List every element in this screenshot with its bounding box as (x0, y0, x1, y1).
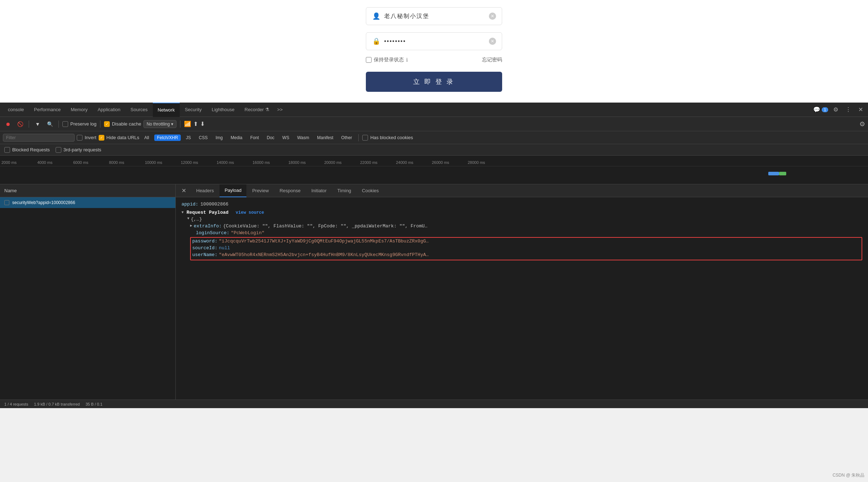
tab-cookies[interactable]: Cookies (357, 184, 384, 197)
tab-headers[interactable]: Headers (191, 184, 219, 197)
third-party-checkbox[interactable] (56, 147, 61, 153)
clear-password-icon[interactable]: ✕ (489, 38, 496, 45)
tab-recorder-label: Recorder ⚗ (245, 107, 269, 112)
filter-ws[interactable]: WS (279, 134, 292, 141)
preserve-log-checkbox[interactable] (62, 121, 68, 127)
filter-font[interactable]: Font (247, 134, 262, 141)
tab-console[interactable]: console (3, 103, 29, 117)
clear-button[interactable]: 🚫 (15, 119, 25, 129)
filter-media[interactable]: Media (228, 134, 245, 141)
login-button[interactable]: 立 即 登 录 (366, 72, 502, 92)
remember-checkbox[interactable] (366, 57, 372, 63)
mark-18000: 18000 ms (287, 160, 323, 165)
disable-cache-label[interactable]: ✓ Disable cache (104, 121, 141, 127)
collapse-icon[interactable]: ▼ (181, 211, 184, 214)
tab-network[interactable]: Network (153, 103, 180, 117)
record-button[interactable]: ⏺ (3, 119, 13, 129)
password-field[interactable]: 🔒 •••••••• ✕ (366, 32, 502, 50)
extra-info-expand-icon[interactable]: ▶ (190, 223, 192, 229)
filter-css[interactable]: CSS (196, 134, 211, 141)
request-panel: Name securityWeb?appid=1000002866 ✕ Head… (0, 184, 868, 400)
devtools-tabbar: console Performance Memory Application S… (0, 103, 868, 117)
has-blocked-cookies-text: Has blocked cookies (370, 135, 413, 140)
search-icon[interactable]: 🔍 (45, 119, 55, 129)
filter-fetch-xhr[interactable]: Fetch/XHR (154, 134, 181, 141)
third-party-text: 3rd-party requests (63, 147, 102, 152)
tab-application[interactable]: Application (93, 103, 126, 117)
more-options-icon[interactable]: ⋮ (843, 105, 853, 114)
hide-data-urls-label[interactable]: ✓ Hide data URLs (99, 135, 140, 141)
filter-wasm[interactable]: Wasm (294, 134, 312, 141)
forgot-password-link[interactable]: 忘记密码 (482, 57, 502, 63)
blocked-requests-checkbox[interactable] (4, 147, 10, 153)
invert-checkbox[interactable] (77, 135, 82, 141)
detail-close-icon[interactable]: ✕ (179, 187, 189, 194)
close-icon[interactable]: ✕ (856, 105, 865, 114)
throttle-select[interactable]: No throttling ▾ (143, 120, 177, 128)
tab-timing[interactable]: Timing (332, 184, 357, 197)
watermark: CSDN @ 朱秋品 (832, 472, 864, 478)
login-source-row: loginSource: "PcWebLogin" (190, 230, 862, 236)
preserve-log-label[interactable]: Preserve log (62, 121, 96, 127)
filter-icon[interactable]: ▼ (33, 119, 43, 129)
password-key: password: (192, 238, 217, 244)
preserve-log-text: Preserve log (70, 121, 96, 127)
mark-10000: 10000 ms (143, 160, 179, 165)
username-field[interactable]: 👤 老八秘制小汉堡 ✕ (366, 7, 502, 25)
settings-icon[interactable]: ⚙ (831, 105, 840, 114)
has-blocked-cookies-checkbox[interactable] (362, 135, 368, 141)
download-icon[interactable]: ⬇ (200, 120, 205, 127)
disable-cache-text: Disable cache (112, 121, 141, 127)
row-checkbox[interactable] (4, 200, 9, 205)
upload-icon[interactable]: ⬆ (193, 120, 198, 127)
tab-more[interactable]: >> (274, 107, 286, 112)
filter-img[interactable]: Img (213, 134, 226, 141)
tab-lighthouse[interactable]: Lighthouse (207, 103, 240, 117)
hide-data-urls-checkbox[interactable]: ✓ (99, 135, 104, 141)
tab-console-label: console (8, 107, 24, 112)
tab-security[interactable]: Security (180, 103, 207, 117)
tab-recorder[interactable]: Recorder ⚗ (240, 103, 274, 117)
request-payload-label: Request Payload (187, 210, 228, 215)
name-column-header: Name (0, 184, 175, 197)
tab-timing-label: Timing (338, 188, 352, 193)
view-source-link[interactable]: view source (236, 210, 264, 215)
tab-memory[interactable]: Memory (66, 103, 93, 117)
clear-username-icon[interactable]: ✕ (489, 13, 496, 20)
password-highlight-row: password: "iJcqcquVrTwb2541J7WtXJ+IyYaWD… (190, 237, 862, 260)
filter-js[interactable]: JS (183, 134, 194, 141)
tab-sources[interactable]: Sources (126, 103, 153, 117)
tab-sources-label: Sources (131, 107, 148, 112)
tab-payload[interactable]: Payload (220, 184, 246, 197)
tabs-right: 💬 1 ⚙ ⋮ ✕ (813, 105, 865, 114)
appid-row: appid: 1000002866 (181, 202, 862, 207)
remember-label[interactable]: 保持登录状态 ℹ (366, 57, 408, 63)
disable-cache-checkbox[interactable]: ✓ (104, 121, 110, 127)
tab-response[interactable]: Response (274, 184, 306, 197)
network-settings-icon[interactable]: ⚙ (859, 120, 865, 128)
has-blocked-cookies-label[interactable]: Has blocked cookies (362, 135, 413, 141)
appid-val: 1000002866 (201, 202, 228, 207)
filter-all[interactable]: All (141, 134, 152, 141)
blocked-requests-bar: Blocked Requests 3rd-party requests (0, 144, 868, 156)
tab-cookies-label: Cookies (362, 188, 379, 193)
username-key: userName: (192, 252, 217, 257)
invert-text: Invert (85, 135, 96, 140)
invert-label[interactable]: Invert (77, 135, 96, 141)
detail-panel: ✕ Headers Payload Preview Response Initi… (176, 184, 868, 400)
wifi-icon[interactable]: 📶 (184, 120, 191, 127)
message-icon[interactable]: 💬 1 (813, 106, 828, 113)
tab-initiator[interactable]: Initiator (306, 184, 332, 197)
tab-performance[interactable]: Performance (29, 103, 66, 117)
filter-other[interactable]: Other (338, 134, 355, 141)
table-row[interactable]: securityWeb?appid=1000002866 (0, 197, 175, 208)
filter-manifest[interactable]: Manifest (314, 134, 336, 141)
tab-preview[interactable]: Preview (247, 184, 274, 197)
badge: 1 (822, 107, 828, 112)
filter-doc[interactable]: Doc (264, 134, 277, 141)
third-party-label[interactable]: 3rd-party requests (56, 147, 102, 153)
blocked-requests-label[interactable]: Blocked Requests (4, 147, 50, 153)
detail-tabs: ✕ Headers Payload Preview Response Initi… (176, 184, 868, 197)
filter-input[interactable] (3, 134, 75, 142)
obj-expand-icon[interactable]: ▼ (187, 217, 189, 222)
